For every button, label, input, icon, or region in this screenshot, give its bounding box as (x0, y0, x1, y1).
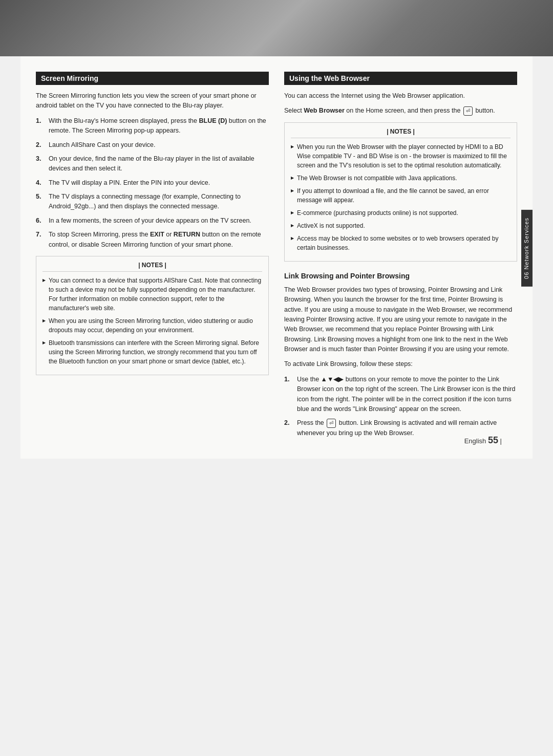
enter-icon-2: ⏎ (327, 419, 336, 428)
web-browser-notes-box: | NOTES | When you run the Web Browser w… (284, 122, 517, 262)
sm-note-1: You can connect to a device that support… (42, 276, 262, 313)
screen-mirroring-title: Screen Mirroring (41, 74, 98, 82)
link-browsing-steps: 1. Use the ▲▼◀▶ buttons on your remote t… (284, 375, 517, 438)
step7-return: RETURN (174, 231, 200, 238)
sm-note-3: Bluetooth transmissions can interfere wi… (42, 338, 262, 366)
footer: English 55 | (20, 435, 533, 446)
right-column: Using the Web Browser You can access the… (284, 72, 517, 443)
wb-note-2: The Web Browser is not compatible with J… (291, 174, 511, 183)
screen-mirroring-notes-title: | NOTES | (42, 262, 262, 272)
page-number: 55 (488, 435, 498, 445)
link-browsing-header: Link Browsing and Pointer Browsing (284, 272, 517, 280)
web-browser-header: Using the Web Browser (284, 72, 517, 85)
step-4: 4. The TV will display a PIN. Enter the … (36, 178, 269, 188)
wb-note-6: Access may be blocked to some websites o… (291, 234, 511, 252)
screen-mirroring-intro: The Screen Mirroring function lets you v… (36, 91, 269, 111)
step-3: 3. On your device, find the name of the … (36, 154, 269, 174)
activate-text: To activate Link Browsing, follow these … (284, 359, 517, 369)
wb-note-5: ActiveX is not supported. (291, 221, 511, 230)
step-1: 1. With the Blu-ray's Home screen displa… (36, 116, 269, 136)
top-banner (0, 0, 553, 56)
web-browser-bold: Web Browser (304, 107, 345, 114)
step7-exit: EXIT (150, 231, 164, 238)
screen-mirroring-notes-box: | NOTES | You can connect to a device th… (36, 256, 269, 375)
left-column: Screen Mirroring The Screen Mirroring fu… (36, 72, 269, 443)
screen-mirroring-header: Screen Mirroring (36, 72, 269, 85)
web-browser-notes-list: When you run the Web Browser with the pl… (291, 142, 511, 252)
step-6: 6. In a few moments, the screen of your … (36, 216, 269, 226)
footer-label: English (464, 437, 486, 445)
wb-note-1: When you run the Web Browser with the pl… (291, 142, 511, 170)
web-browser-title: Using the Web Browser (289, 74, 370, 82)
step-5: 5. The TV displays a connecting message … (36, 192, 269, 212)
step1-bold: BLUE (D) (199, 117, 227, 124)
web-browser-notes-title: | NOTES | (291, 128, 511, 138)
two-column-layout: Screen Mirroring The Screen Mirroring fu… (36, 72, 517, 443)
link-browsing-text: The Web Browser provides two types of br… (284, 285, 517, 355)
sm-note-2: When you are using the Screen Mirroring … (42, 316, 262, 335)
screen-mirroring-steps: 1. With the Blu-ray's Home screen displa… (36, 116, 269, 250)
enter-icon: ⏎ (463, 106, 473, 116)
wb-note-3: If you attempt to download a file, and t… (291, 186, 511, 205)
web-browser-select: Select Web Browser on the Home screen, a… (284, 106, 517, 116)
step-2: 2. Launch AllShare Cast on your device. (36, 140, 269, 150)
page-content: Screen Mirroring The Screen Mirroring fu… (20, 56, 533, 459)
web-browser-intro: You can access the Internet using the We… (284, 91, 517, 101)
step-7: 7. To stop Screen Mirroring, press the E… (36, 230, 269, 250)
link-step-1: 1. Use the ▲▼◀▶ buttons on your remote t… (284, 375, 517, 415)
chapter-tab: 06 Network Services (521, 210, 533, 287)
screen-mirroring-notes-list: You can connect to a device that support… (42, 276, 262, 366)
wb-note-4: E-commerce (purchasing products online) … (291, 208, 511, 218)
